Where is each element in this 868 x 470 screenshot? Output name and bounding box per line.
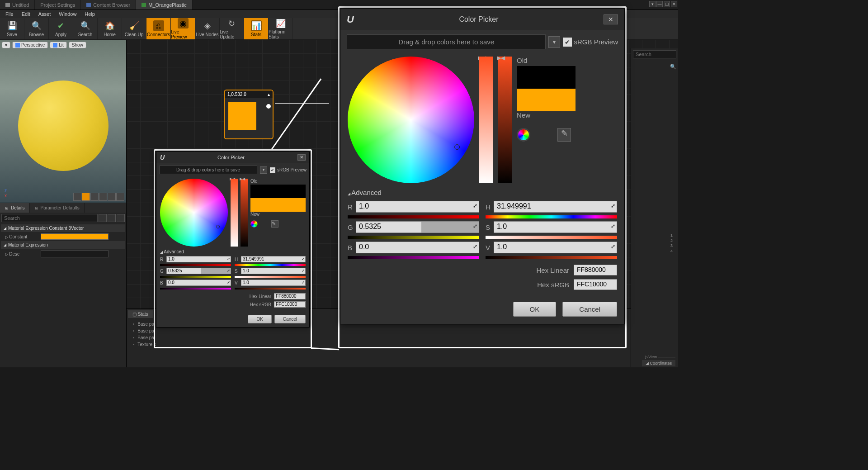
dropdown-icon[interactable]: ▾ xyxy=(260,166,267,174)
eye-icon[interactable] xyxy=(99,214,107,222)
tab-project-settings[interactable]: Project Settings xyxy=(35,0,81,9)
hex-srgb-input[interactable]: FFC10000 xyxy=(574,279,617,290)
stat-row: Base pa xyxy=(133,328,672,334)
advanced-header[interactable]: Advanced xyxy=(340,186,624,199)
s-input[interactable]: 1.0⤢ xyxy=(494,221,617,233)
prop-desc-input[interactable] xyxy=(41,250,108,257)
v-input[interactable]: 1.0⤢ xyxy=(241,280,306,286)
toolbar-search[interactable]: Search xyxy=(73,18,98,39)
hex-srgb-input[interactable]: FFC10000 xyxy=(274,301,306,308)
theme-button[interactable] xyxy=(517,128,530,142)
shape-plane-icon[interactable] xyxy=(90,193,99,201)
minimize-button[interactable]: — xyxy=(656,1,663,7)
tab-untitled[interactable]: Untitled xyxy=(0,0,35,9)
tab-material[interactable]: M_OrangePlastic xyxy=(136,0,192,9)
stats-tab[interactable]: Stats xyxy=(128,310,153,318)
constant3vector-node[interactable]: 1,0.532,0▴ xyxy=(224,90,274,139)
cancel-button[interactable]: Cancel xyxy=(562,302,617,317)
s-input[interactable]: 1.0⤢ xyxy=(241,268,306,274)
close-button[interactable]: ✕ xyxy=(297,154,306,161)
color-drop-area[interactable]: Drag & drop colors here to save xyxy=(347,34,546,49)
shape-teapot-icon[interactable] xyxy=(116,193,124,201)
g-input[interactable]: 0.5325⤢ xyxy=(166,268,231,274)
shape-sphere-icon[interactable] xyxy=(82,193,90,201)
r-input[interactable]: 1.0⤢ xyxy=(166,256,231,262)
dropdown-icon[interactable]: ▾ xyxy=(548,36,560,48)
shape-cube-icon[interactable] xyxy=(99,193,107,201)
tab-content-browser[interactable]: Content Browser xyxy=(81,0,136,9)
h-input[interactable]: 31.949991⤢ xyxy=(241,256,306,262)
node-color-swatch[interactable] xyxy=(228,102,256,130)
matrix-icon[interactable] xyxy=(108,214,116,222)
close-button[interactable]: ✕ xyxy=(604,14,618,24)
wheel-cursor[interactable] xyxy=(216,225,220,228)
menu-file[interactable]: File xyxy=(2,10,17,18)
srgb-checkbox[interactable]: ✔sRGB Preview xyxy=(563,38,618,47)
color-wheel[interactable] xyxy=(160,179,228,247)
srgb-checkbox[interactable]: ✔sRGB Preview xyxy=(270,167,307,173)
lit-icon xyxy=(53,43,57,47)
viewport-lit[interactable]: Lit xyxy=(50,42,67,48)
v-input[interactable]: 1.0⤢ xyxy=(494,242,617,253)
search-icon[interactable]: 🔍 xyxy=(670,64,676,70)
menu-window[interactable]: Window xyxy=(55,10,80,18)
viewport-perspective[interactable]: Perspective xyxy=(12,42,48,48)
saturation-bar[interactable] xyxy=(479,57,493,183)
maximize-button[interactable]: ▢ xyxy=(664,1,670,7)
tab-parameter-defaults[interactable]: 🗉Parameter Defaults xyxy=(30,203,85,213)
toolbar-live-preview[interactable]: Live Preview xyxy=(171,18,195,39)
tab-details[interactable]: 🗉Details xyxy=(0,203,30,213)
theme-button[interactable] xyxy=(250,220,258,228)
toolbar-stats[interactable]: Stats xyxy=(244,18,269,39)
menu-edit[interactable]: Edit xyxy=(18,10,34,18)
b-input[interactable]: 0.0⤢ xyxy=(166,280,231,286)
viewport-menu[interactable]: ▾ xyxy=(2,42,10,48)
toolbar-label: Platform Stats xyxy=(269,29,292,39)
search-input[interactable] xyxy=(1,214,98,222)
prop-constant-color[interactable] xyxy=(41,233,108,240)
toolbar-save[interactable]: Save xyxy=(0,18,24,39)
palette-search[interactable] xyxy=(633,50,676,58)
menu-help[interactable]: Help xyxy=(81,10,99,18)
value-bar[interactable] xyxy=(241,179,248,247)
viewport[interactable]: ▾ Perspective Lit Show zx xyxy=(0,40,126,203)
g-input[interactable]: 0.5325⤢ xyxy=(356,221,479,233)
ok-button[interactable]: OK xyxy=(513,302,557,317)
section-constant3vector[interactable]: Material Expression Constant 3Vector xyxy=(1,224,125,232)
ok-button[interactable]: OK xyxy=(248,315,271,323)
r-input[interactable]: 1.0⤢ xyxy=(356,201,479,213)
toolbar-live-update[interactable]: Live Update xyxy=(220,18,244,39)
color-wheel[interactable] xyxy=(348,57,474,183)
menu-asset[interactable]: Asset xyxy=(35,10,55,18)
cancel-button[interactable]: Cancel xyxy=(274,315,306,323)
eyedropper-button[interactable]: ✎ xyxy=(271,220,278,228)
toolbar-connectors[interactable]: Connectors xyxy=(146,18,171,39)
value-bar[interactable] xyxy=(498,57,512,183)
advanced-header[interactable]: Advanced xyxy=(156,248,309,255)
close-button[interactable]: ✕ xyxy=(671,1,677,7)
toolbar-live-nodes[interactable]: Live Nodes xyxy=(195,18,220,39)
eyedropper-button[interactable]: ✎ xyxy=(557,128,571,142)
hex-linear-input[interactable]: FF880000 xyxy=(274,293,306,299)
shape-cylinder-icon[interactable] xyxy=(73,193,81,201)
filter-icon[interactable] xyxy=(117,214,125,222)
section-material-expression[interactable]: Material Expression xyxy=(1,241,125,249)
hex-linear-input[interactable]: FF880000 xyxy=(574,265,617,275)
toolbar-apply[interactable]: Apply xyxy=(49,18,73,39)
coordinates-header[interactable]: Coordinates xyxy=(642,360,675,366)
drop-icon[interactable]: ▾ xyxy=(649,1,656,7)
label: sRGB Preview xyxy=(277,167,307,172)
toolbar-browse[interactable]: Browse xyxy=(24,18,49,39)
toolbar-home[interactable]: Home xyxy=(98,18,122,39)
wheel-cursor[interactable] xyxy=(454,144,460,150)
h-input[interactable]: 31.949991⤢ xyxy=(494,201,617,213)
b-input[interactable]: 0.0⤢ xyxy=(356,242,479,253)
output-pin[interactable] xyxy=(266,104,271,109)
viewport-show[interactable]: Show xyxy=(69,42,86,48)
toolbar-cleanup[interactable]: Clean Up xyxy=(122,18,146,39)
collapse-icon[interactable]: ▴ xyxy=(268,92,270,97)
toolbar-platform-stats[interactable]: Platform Stats xyxy=(269,18,293,39)
saturation-bar[interactable] xyxy=(231,179,238,247)
color-drop-area[interactable]: Drag & drop colors here to save xyxy=(159,166,257,174)
shape-mesh-icon[interactable] xyxy=(108,193,116,201)
